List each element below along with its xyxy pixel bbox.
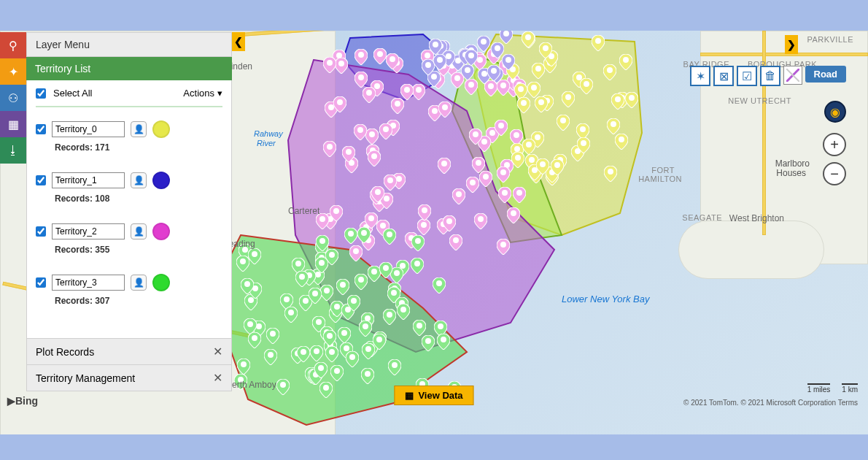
- map-pin[interactable]: [411, 235, 425, 251]
- map-pin[interactable]: [346, 351, 359, 367]
- map-pin[interactable]: [276, 379, 290, 395]
- toolbar-territory-icon[interactable]: ▦: [0, 111, 26, 137]
- map-pin[interactable]: [507, 207, 520, 223]
- map-pin[interactable]: [474, 213, 487, 229]
- map-pin[interactable]: [527, 82, 540, 98]
- map-pin[interactable]: [433, 54, 446, 70]
- territory-checkbox[interactable]: [36, 175, 46, 185]
- map-pin[interactable]: [469, 129, 482, 145]
- territory-color-swatch[interactable]: [152, 172, 170, 189]
- territory-checkbox[interactable]: [36, 277, 46, 288]
- map-pin[interactable]: [323, 330, 336, 346]
- assign-user-icon[interactable]: 👤: [131, 275, 147, 291]
- map-pin[interactable]: [536, 158, 549, 175]
- map-pin[interactable]: [418, 204, 431, 221]
- map-pin[interactable]: [625, 92, 638, 108]
- map-pin[interactable]: [557, 115, 570, 131]
- map-pin[interactable]: [384, 175, 397, 191]
- right-panel-expand-arrow[interactable]: ❯: [785, 35, 798, 54]
- tool-burst-icon[interactable]: ✶: [690, 66, 710, 86]
- map-pin[interactable]: [535, 96, 548, 112]
- map-pin[interactable]: [539, 42, 552, 58]
- map-pin[interactable]: [517, 97, 530, 113]
- map-mode-badge[interactable]: Road: [805, 66, 847, 83]
- map-pin[interactable]: [611, 93, 624, 110]
- map-pin[interactable]: [335, 58, 348, 74]
- territory-checkbox[interactable]: [36, 226, 46, 237]
- toolbar-route-icon[interactable]: ✦: [0, 58, 26, 85]
- map-pin[interactable]: [354, 124, 367, 140]
- map-pin[interactable]: [580, 78, 593, 94]
- select-all-checkbox[interactable]: [36, 88, 46, 99]
- map-pin[interactable]: [465, 79, 478, 95]
- map-pin[interactable]: [325, 346, 338, 362]
- map-pin[interactable]: [383, 229, 396, 245]
- map-pin[interactable]: [391, 98, 404, 114]
- map-pin[interactable]: [264, 349, 277, 365]
- map-pin[interactable]: [495, 120, 508, 136]
- map-pin[interactable]: [320, 285, 333, 301]
- map-pin[interactable]: [449, 234, 462, 250]
- map-pin[interactable]: [295, 271, 309, 287]
- map-pin[interactable]: [498, 187, 511, 203]
- map-pin[interactable]: [323, 57, 336, 73]
- map-pin[interactable]: [438, 158, 451, 174]
- territory-management-bar[interactable]: Territory Management ✕: [26, 365, 232, 391]
- map-pin[interactable]: [266, 328, 279, 344]
- map-pin[interactable]: [619, 54, 632, 70]
- map-pin[interactable]: [465, 50, 478, 66]
- territory-name-input[interactable]: [52, 172, 125, 188]
- territory-color-swatch[interactable]: [152, 120, 170, 138]
- map-pin[interactable]: [336, 279, 349, 295]
- map-pin[interactable]: [373, 48, 387, 64]
- map-pin[interactable]: [237, 359, 250, 375]
- map-pin[interactable]: [522, 139, 535, 155]
- toolbar-pin-icon[interactable]: ⚲: [0, 32, 26, 58]
- map-pin[interactable]: [497, 239, 510, 255]
- map-pin[interactable]: [368, 150, 381, 166]
- map-pin[interactable]: [330, 365, 344, 381]
- map-pin[interactable]: [429, 39, 442, 55]
- map-pin[interactable]: [347, 295, 360, 311]
- map-pin[interactable]: [497, 166, 510, 183]
- map-pin[interactable]: [433, 277, 446, 294]
- map-pin[interactable]: [354, 72, 368, 88]
- map-pin[interactable]: [577, 137, 590, 153]
- map-pin[interactable]: [603, 64, 616, 80]
- map-pin[interactable]: [386, 53, 399, 69]
- map-pin[interactable]: [604, 166, 617, 182]
- territory-name-input[interactable]: [52, 223, 125, 239]
- map-pin[interactable]: [438, 101, 452, 118]
- map-pin[interactable]: [373, 334, 386, 350]
- map-pin[interactable]: [422, 335, 435, 351]
- map-pin[interactable]: [513, 187, 526, 203]
- map-pin[interactable]: [314, 362, 328, 378]
- assign-user-icon[interactable]: 👤: [131, 223, 147, 239]
- map-pin[interactable]: [487, 65, 500, 81]
- map-pin[interactable]: [344, 228, 357, 244]
- close-icon[interactable]: ✕: [213, 371, 222, 385]
- assign-user-icon[interactable]: 👤: [131, 172, 147, 188]
- map-pin[interactable]: [443, 215, 456, 231]
- map-pin[interactable]: [371, 186, 384, 202]
- map-pin[interactable]: [284, 307, 298, 323]
- map-pin[interactable]: [562, 91, 575, 107]
- map-pin[interactable]: [333, 96, 346, 112]
- map-pin[interactable]: [363, 87, 376, 103]
- territory-color-swatch[interactable]: [152, 223, 170, 240]
- map-pin[interactable]: [354, 49, 368, 65]
- map-pin[interactable]: [241, 278, 254, 294]
- actions-dropdown[interactable]: Actions ▾: [183, 88, 222, 99]
- close-icon[interactable]: ✕: [213, 345, 222, 359]
- map-pin[interactable]: [357, 227, 371, 243]
- map-pin[interactable]: [354, 274, 368, 290]
- map-pin[interactable]: [607, 118, 620, 134]
- zoom-in-button[interactable]: +: [823, 133, 846, 156]
- map-pin[interactable]: [297, 346, 310, 362]
- map-pin[interactable]: [248, 248, 261, 264]
- map-pin[interactable]: [413, 320, 426, 336]
- basemap-toggle-icon[interactable]: [783, 66, 802, 85]
- territory-name-input[interactable]: [52, 275, 125, 291]
- tool-box-x-icon[interactable]: ⊠: [713, 66, 734, 86]
- map-pin[interactable]: [491, 42, 504, 58]
